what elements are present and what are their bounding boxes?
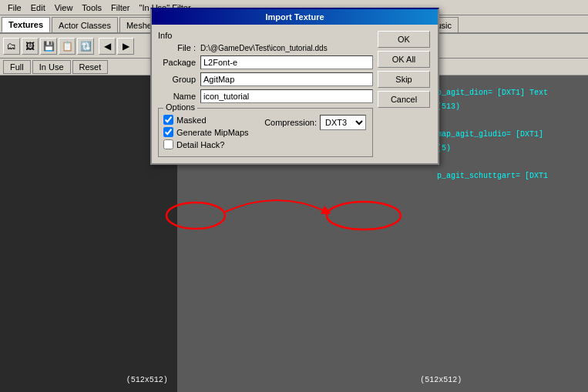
name-input[interactable] (200, 89, 373, 103)
dialog-right: OK OK All Skip Cancel (378, 31, 432, 157)
name-label: Name (158, 92, 200, 101)
file-value: D:\@GameDev\Test\icon_tutorial.dds (200, 44, 328, 52)
skip-button[interactable]: Skip (378, 71, 430, 88)
dialog-body: Info File : D:\@GameDev\Test\icon_tutori… (152, 25, 438, 163)
import-texture-dialog: Import Texture Info File : D:\@GameDev\T… (150, 8, 439, 165)
bottom-label-left: (512x512) (126, 376, 168, 384)
ok-button[interactable]: OK (378, 31, 430, 48)
name-row: Name (158, 89, 373, 103)
options-legend: Options (163, 102, 197, 112)
bottom-label-right: (512x512) (420, 376, 462, 384)
toolbar-btn-5[interactable]: 🔃 (77, 38, 94, 55)
right-panel-item-5: (5) (437, 142, 585, 156)
generate-mipmaps-label: Generate MipMaps (176, 128, 249, 137)
menu-tools[interactable]: Tools (77, 2, 106, 13)
detail-hack-label: Detail Hack? (176, 140, 224, 149)
group-label: Group (158, 75, 200, 84)
menu-file[interactable]: File (3, 2, 26, 13)
menu-edit[interactable]: Edit (26, 2, 50, 13)
group-row: Group (158, 72, 373, 86)
package-label: Package (158, 58, 200, 67)
file-label: File : (158, 43, 200, 52)
toolbar-btn-1[interactable]: 🗂 (3, 38, 20, 55)
compression-select[interactable]: None DXT1 DXT3 DXT5 (320, 115, 366, 130)
compression-row: Compression: None DXT1 DXT3 DXT5 (264, 115, 366, 130)
menu-view[interactable]: View (50, 2, 78, 13)
bottom-labels: (512x512) (512x512) (0, 376, 588, 384)
group-input[interactable] (200, 72, 373, 86)
toolbar-btn-prev[interactable]: ◀ (99, 38, 116, 55)
options-box: Options Masked Generate MipMaps Detail H… (158, 108, 373, 157)
cancel-button[interactable]: Cancel (378, 91, 430, 108)
right-panel-item-2: (513) (437, 100, 585, 114)
compression-label: Compression: (264, 118, 317, 127)
file-row: File : D:\@GameDev\Test\icon_tutorial.dd… (158, 43, 373, 52)
right-panel-item-3 (437, 114, 585, 128)
toolbar-btn-4[interactable]: 📋 (59, 38, 76, 55)
ok-all-button[interactable]: OK All (378, 51, 430, 68)
generate-mipmaps-checkbox[interactable] (163, 127, 173, 137)
sub-tab-reset[interactable]: Reset (72, 60, 109, 74)
right-panel-item-4: map_agit_gludio= [DXT1] (437, 128, 585, 142)
toolbar-btn-next[interactable]: ▶ (117, 38, 134, 55)
dialog-left: Info File : D:\@GameDev\Test\icon_tutori… (158, 31, 373, 157)
detail-hack-checkbox[interactable] (163, 139, 173, 149)
sub-tab-inuse[interactable]: In Use (32, 60, 71, 74)
toolbar-btn-2[interactable]: 🖼 (22, 38, 39, 55)
masked-label: Masked (176, 116, 207, 125)
info-section-label: Info (158, 31, 373, 40)
menu-filter[interactable]: Filter (106, 2, 134, 13)
tab-textures[interactable]: Textures (2, 17, 50, 32)
detail-hack-row: Detail Hack? (163, 139, 368, 149)
right-panel-item-7: p_agit_schuttgart= [DXT1 (437, 169, 585, 183)
masked-checkbox[interactable] (163, 115, 173, 125)
package-input[interactable] (200, 55, 373, 69)
right-panel-item-6 (437, 156, 585, 169)
right-panel: p_agit_dion= [DXT1] Text (513) map_agit_… (434, 83, 588, 186)
right-panel-item-1: p_agit_dion= [DXT1] Text (437, 86, 585, 100)
toolbar-btn-3[interactable]: 💾 (40, 38, 57, 55)
sub-tab-full[interactable]: Full (3, 60, 31, 74)
package-row: Package (158, 55, 373, 69)
tab-actor-classes[interactable]: Actor Classes (52, 17, 118, 32)
dialog-title: Import Texture (152, 9, 438, 25)
